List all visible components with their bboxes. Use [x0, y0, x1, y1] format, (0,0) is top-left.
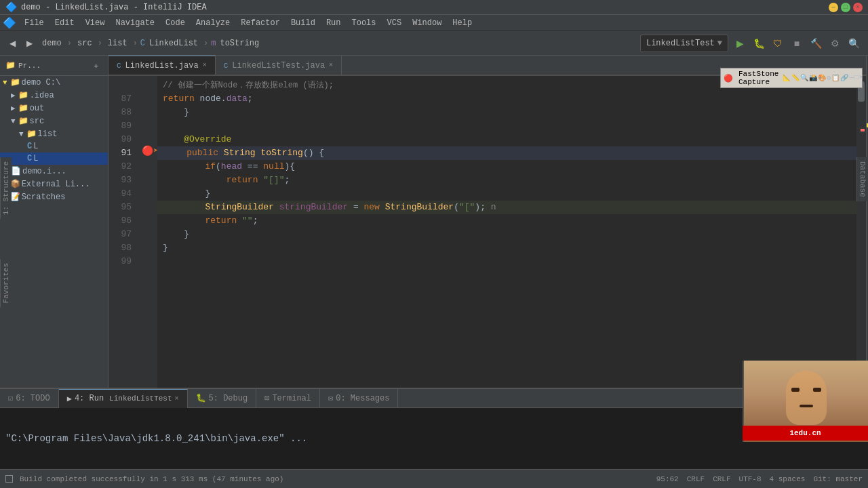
code-line-90: @Override [157, 133, 856, 146]
breadcrumb-tostring[interactable]: toString [217, 37, 262, 49]
linkedlist-tab-icon: C [117, 62, 121, 70]
faststone-window[interactable]: 🔴 FastStone Capture 📐 📏 🔍 📸 🎨 ⚙ 📋 🔗 — □ … [720, 68, 863, 88]
messages-icon: ✉ [328, 393, 333, 403]
breadcrumb-demo[interactable]: demo [39, 37, 64, 49]
tree-linkedlist[interactable]: C L [0, 140, 108, 152]
code-line-89 [157, 119, 856, 133]
code-line-88: } [157, 106, 856, 119]
run-tab-name: LinkedListTest [109, 394, 172, 403]
tree-out[interactable]: ▶ 📁 out [0, 102, 108, 115]
breadcrumb-linkedlist[interactable]: LinkedList [146, 37, 201, 49]
class-icon-linkedlist: C [140, 39, 145, 48]
run-output: "C:\Program Files\Java\jdk1.8.0_241\bin\… [0, 408, 868, 469]
menu-refactor[interactable]: Refactor [235, 17, 285, 29]
title-bar: 🔷 demo - LinkedList.java - IntelliJ IDEA… [0, 0, 868, 15]
toolbar: ◀ ▶ demo › src › list › C LinkedList › m… [0, 31, 868, 56]
tree-demo[interactable]: ▼ 📁 demo C:\ [0, 76, 108, 89]
faststone-tools[interactable]: 📐 📏 🔍 📸 🎨 ⚙ 📋 🔗 — □ × [781, 74, 864, 82]
favorites-tab[interactable]: Favorites [0, 259, 12, 307]
menu-edit[interactable]: Edit [50, 17, 80, 29]
code-line-87: return node.data; [157, 92, 856, 106]
run-command: "C:\Program Files\Java\jdk1.8.0_241\bin\… [5, 433, 307, 444]
coverage-button[interactable]: 🛡 [769, 35, 787, 52]
linkedlisttest-tab-icon: C [224, 62, 229, 70]
gutter: 🔴 ➤ [142, 76, 157, 388]
debug-button[interactable]: 🐛 [750, 35, 768, 52]
close-button[interactable]: × [853, 3, 863, 12]
cursor-position: 95:62 [656, 475, 679, 483]
tab-terminal[interactable]: ⊡ Terminal [256, 389, 320, 408]
menu-help[interactable]: Help [447, 17, 477, 29]
code-line-96: return ""; [157, 214, 856, 228]
git-label: Git: master [813, 475, 863, 483]
out-folder-icon: ▶ [11, 104, 16, 113]
search-button[interactable]: 🔍 [845, 35, 863, 52]
menu-build[interactable]: Build [285, 17, 321, 29]
menu-tools[interactable]: Tools [347, 17, 382, 29]
back-button[interactable]: ◀ [5, 35, 20, 52]
linkedlisttest-java-icon: C [27, 154, 32, 163]
tree-list[interactable]: ▼ 📁 list [0, 127, 108, 140]
code-line-94: } [157, 187, 856, 201]
tree-demoi[interactable]: 📄 demo.i... [0, 165, 108, 178]
breadcrumb-list[interactable]: list [105, 37, 130, 49]
faststone-icon: 🔴 [721, 74, 736, 83]
run-configuration[interactable]: LinkedListTest ▼ [640, 35, 728, 52]
menu-file[interactable]: File [19, 17, 50, 29]
forward-button[interactable]: ▶ [22, 35, 37, 52]
maximize-button[interactable]: □ [841, 3, 850, 12]
tab-debug[interactable]: 🐛 5: Debug [188, 389, 257, 408]
close-linkedlist-tab[interactable]: × [203, 62, 207, 69]
minimize-button[interactable]: — [829, 3, 838, 12]
settings-button[interactable]: ⚙ [826, 35, 844, 52]
menu-code[interactable]: Code [160, 17, 191, 29]
project-panel-header: 📁 Pr... + [0, 56, 108, 76]
code-line-97: } [157, 228, 856, 241]
terminal-icon: ⊡ [264, 393, 269, 403]
tree-linkedlisttest[interactable]: C L [0, 152, 108, 165]
build-button[interactable]: 🔨 [807, 35, 825, 52]
indent-label: 4 spaces [770, 475, 806, 483]
stop-button[interactable]: ■ [788, 35, 806, 52]
structure-tab[interactable]: 1: Structure [0, 157, 12, 219]
menu-run[interactable]: Run [321, 17, 347, 29]
tree-src[interactable]: ▼ 📁 src [0, 115, 108, 127]
run-button[interactable]: ▶ [731, 35, 749, 52]
status-right: 95:62 CRLF CRLF UTF-8 4 spaces Git: mast… [656, 475, 863, 483]
close-linkedlisttest-tab[interactable]: × [329, 62, 333, 69]
tree-scratches[interactable]: ▶ 📝 Scratches [0, 190, 108, 203]
encoding-label: CRLF [687, 475, 705, 483]
tree-idea[interactable]: ▶ 📁 .idea [0, 89, 108, 102]
menu-bar: 🔷 File Edit View Navigate Code Analyze R… [0, 15, 868, 31]
demo-folder-icon: ▼ [3, 79, 7, 87]
src-folder-icon: ▼ [11, 117, 16, 125]
tree-external-libs[interactable]: ▶ 📦 External Li... [0, 178, 108, 190]
menu-window[interactable]: Window [407, 17, 447, 29]
tab-linkedlisttest[interactable]: C LinkedListTest.java × [216, 56, 342, 75]
tab-messages[interactable]: ✉ 0: Messages [320, 389, 398, 408]
todo-icon: ☑ [8, 393, 13, 403]
bottom-tabs: ☑ 6: TODO ▶ 4: Run LinkedListTest × 🐛 5:… [0, 389, 868, 408]
code-line-93: return "[]"; [157, 174, 856, 187]
build-status: Build completed successfully in 1 s 313 … [20, 475, 283, 483]
menu-vcs[interactable]: VCS [382, 17, 408, 29]
crlf-label: CRLF [713, 475, 730, 483]
tab-linkedlist[interactable]: C LinkedList.java × [108, 56, 216, 75]
tab-run[interactable]: ▶ 4: Run LinkedListTest × [59, 389, 188, 408]
debug-icon: 🐛 [196, 393, 206, 403]
add-project-button[interactable]: + [90, 58, 102, 74]
scrollbar[interactable] [856, 76, 866, 388]
app-icon: 🔷 [3, 16, 16, 30]
close-run-tab[interactable]: × [175, 395, 179, 403]
menu-navigate[interactable]: Navigate [110, 17, 160, 29]
menu-view[interactable]: View [80, 17, 111, 29]
tab-todo[interactable]: ☑ 6: TODO [0, 389, 59, 408]
method-icon-tostring: m [211, 39, 216, 48]
breadcrumb-src[interactable]: src [75, 37, 95, 49]
menu-analyze[interactable]: Analyze [191, 17, 235, 29]
code-content[interactable]: // 创建一个新Node，存放数据elem (语法); return node.… [157, 76, 856, 388]
database-tab[interactable]: Database [856, 157, 868, 201]
run-config-label: LinkedListTest [646, 39, 715, 48]
linkedlist-java-icon: C [27, 142, 32, 151]
line-numbers: 87 88 89 90 91 92 93 94 95 96 97 98 99 [108, 76, 142, 388]
